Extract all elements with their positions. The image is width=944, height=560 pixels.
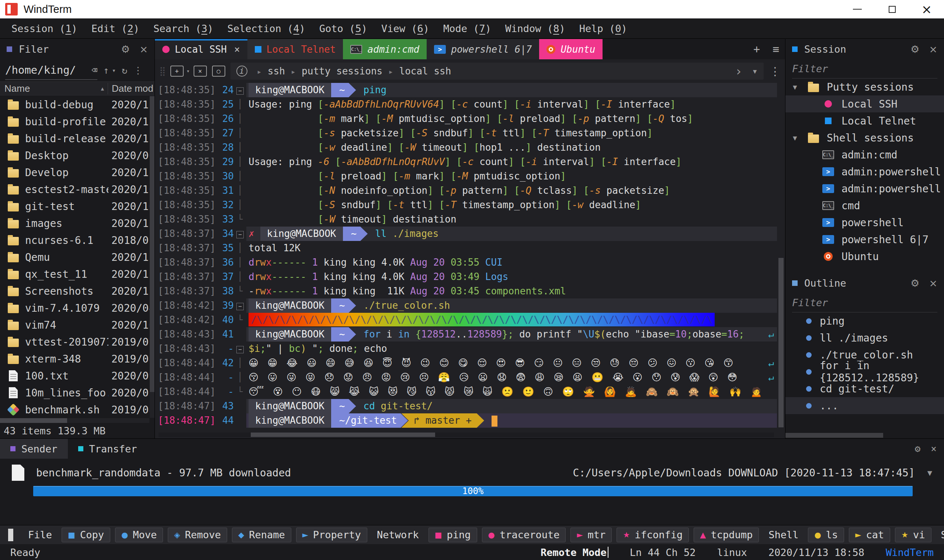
tree-item-admin-powershell[interactable]: >admin:powershell bbox=[785, 163, 944, 180]
transfer-tab-transfer[interactable]: Transfer bbox=[68, 439, 148, 459]
breadcrumb-dropdown-icon[interactable]: ▾ bbox=[752, 66, 758, 77]
new-tab-icon[interactable]: + bbox=[753, 43, 760, 55]
file-row[interactable]: build-profile2020/11/ bbox=[0, 113, 150, 130]
status-os[interactable]: linux bbox=[717, 547, 747, 558]
session-info-icon[interactable]: i bbox=[236, 66, 247, 77]
tab-admin-cmd[interactable]: C:\_admin:cmd bbox=[343, 39, 427, 59]
file-row[interactable]: Qemu2020/11/ bbox=[0, 249, 150, 266]
menu-item-session[interactable]: Session (1) bbox=[5, 23, 85, 34]
column-name[interactable]: Name ▴ bbox=[0, 83, 108, 94]
file-row[interactable]: ncurses-6.12018/01/ bbox=[0, 232, 150, 249]
column-date-modified[interactable]: Date mod bbox=[108, 83, 154, 94]
toolbar-button-move[interactable]: ●Move bbox=[115, 528, 163, 542]
filer-vertical-scrollbar[interactable] bbox=[150, 96, 154, 418]
exit-door-icon[interactable] bbox=[8, 529, 13, 541]
menu-item-window[interactable]: Window (8) bbox=[498, 23, 572, 34]
minimize-button[interactable] bbox=[840, 0, 875, 18]
file-row[interactable]: build-debug2020/11/ bbox=[0, 96, 150, 113]
address-breadcrumb-bar[interactable]: i ▸ssh▸putty sessions▸local ssh › ▾ bbox=[230, 63, 764, 80]
tab-local-telnet[interactable]: Local Telnet bbox=[247, 39, 343, 59]
parent-dir-dropdown-icon[interactable]: ▾ bbox=[112, 67, 116, 74]
status-mode[interactable]: Remote Mode bbox=[541, 547, 608, 558]
file-row[interactable]: images2020/11/ bbox=[0, 215, 150, 232]
close-session-icon[interactable]: × bbox=[194, 66, 207, 77]
breadcrumb-item[interactable]: putty sessions bbox=[302, 66, 383, 77]
filer-horizontal-scrollbar[interactable] bbox=[0, 418, 150, 423]
file-row[interactable]: vim-7.4.10792020/04/ bbox=[0, 300, 150, 317]
tab-close-icon[interactable]: × bbox=[234, 44, 240, 55]
menu-item-edit[interactable]: Edit (2) bbox=[85, 23, 147, 34]
sidebar-horizontal-scrollbar[interactable] bbox=[785, 433, 883, 438]
tree-item-admin-powershell-6-7[interactable]: >admin:powershell 6|7 bbox=[785, 180, 944, 197]
expander-icon[interactable]: ▼ bbox=[793, 83, 806, 91]
new-session-icon[interactable]: + bbox=[170, 66, 184, 77]
filer-settings-icon[interactable]: ⚙ bbox=[121, 43, 130, 55]
tab-list-icon[interactable]: ≡ bbox=[773, 43, 779, 55]
terminal-menu-icon[interactable]: ⋮ bbox=[770, 65, 780, 78]
tree-item-admin-cmd[interactable]: C:\_admin:cmd bbox=[785, 146, 944, 163]
menu-item-view[interactable]: View (6) bbox=[374, 23, 436, 34]
toolbar-button-cat[interactable]: ►cat bbox=[849, 528, 890, 542]
outline-item[interactable]: ping bbox=[785, 312, 944, 329]
breadcrumb-item[interactable]: ssh bbox=[268, 66, 285, 77]
tree-item-ubuntu[interactable]: Ubuntu bbox=[785, 248, 944, 265]
transfer-settings-icon[interactable]: ⚙ bbox=[915, 443, 921, 454]
toolbar-button-rename[interactable]: ◆Rename bbox=[232, 528, 291, 542]
menu-item-search[interactable]: Search (3) bbox=[147, 23, 221, 34]
menu-item-mode[interactable]: Mode (7) bbox=[436, 23, 498, 34]
toolbar-button-remove[interactable]: ◈Remove bbox=[168, 528, 227, 542]
file-row[interactable]: vttest-201907102019/07/ bbox=[0, 334, 150, 350]
tree-item-powershell-6-7[interactable]: >powershell 6|7 bbox=[785, 231, 944, 248]
tab-local-ssh[interactable]: Local SSH× bbox=[155, 39, 247, 59]
menu-item-selection[interactable]: Selection (4) bbox=[221, 23, 312, 34]
menu-item-goto[interactable]: Goto (5) bbox=[312, 23, 374, 34]
menu-item-help[interactable]: Help (0) bbox=[572, 23, 634, 34]
toolbar-button-property[interactable]: ►Property bbox=[296, 528, 367, 542]
drag-handle-icon[interactable]: ⣿ bbox=[159, 66, 166, 76]
maximize-button[interactable] bbox=[875, 0, 909, 18]
close-button[interactable]: × bbox=[909, 0, 944, 18]
file-row[interactable]: 10m_lines_foo.t…2020/05/ bbox=[0, 384, 150, 401]
new-session-dropdown-icon[interactable]: ▾ bbox=[187, 68, 190, 74]
transfer-close-icon[interactable]: × bbox=[931, 443, 936, 454]
tree-folder-putty-sessions[interactable]: ▼Putty sessions bbox=[785, 78, 944, 95]
outline-filter-input[interactable]: Filter bbox=[792, 293, 937, 312]
file-row[interactable]: git-test2020/10/ bbox=[0, 198, 150, 215]
tree-item-local-telnet[interactable]: Local Telnet bbox=[785, 112, 944, 129]
toolbar-button-copy[interactable]: ■Copy bbox=[62, 528, 110, 542]
outline-close-icon[interactable]: × bbox=[929, 277, 937, 289]
file-row[interactable]: benchmark.sh2019/08/ bbox=[0, 401, 150, 418]
file-row[interactable]: Develop2020/11/ bbox=[0, 164, 150, 181]
terminal-vertical-scrollbar[interactable] bbox=[779, 258, 784, 428]
refresh-icon[interactable]: ↻ bbox=[122, 65, 128, 76]
toolbar-button-tcpdump[interactable]: ▲tcpdump bbox=[694, 528, 759, 542]
expander-icon[interactable]: ▼ bbox=[793, 134, 806, 142]
parent-dir-icon[interactable]: ↑ bbox=[103, 65, 109, 76]
fold-toggle-icon[interactable]: − bbox=[236, 303, 244, 310]
fold-toggle-icon[interactable]: − bbox=[236, 346, 244, 353]
outline-item[interactable]: ll ./images bbox=[785, 329, 944, 346]
tab-ubuntu[interactable]: Ubuntu bbox=[539, 39, 603, 59]
toolbar-button-vi[interactable]: ★vi bbox=[895, 528, 931, 542]
toolbar-button-mtr[interactable]: ►mtr bbox=[571, 528, 612, 542]
file-row[interactable]: xterm-3482019/08/ bbox=[0, 350, 150, 367]
file-row[interactable]: Screenshots2020/11/ bbox=[0, 283, 150, 300]
outline-settings-icon[interactable]: ⚙ bbox=[910, 277, 919, 289]
toolbar-button-traceroute[interactable]: ●traceroute bbox=[482, 528, 566, 542]
clear-path-icon[interactable]: ⌫ bbox=[91, 65, 97, 75]
outline-item[interactable]: ... bbox=[785, 397, 944, 414]
toolbar-button-ls[interactable]: ●ls bbox=[808, 528, 844, 542]
session-filter-input[interactable]: Filter bbox=[792, 59, 937, 78]
tree-folder-shell-sessions[interactable]: ▼Shell sessions bbox=[785, 129, 944, 146]
file-row[interactable]: build-release2020/11/ bbox=[0, 130, 150, 147]
file-row[interactable]: esctest2-master2020/10/ bbox=[0, 181, 150, 198]
outline-item[interactable]: for i in {128512..128589} bbox=[785, 363, 944, 380]
terminal-output[interactable]: [18:48:35]24−king@MACBOOK~ping[18:48:35]… bbox=[155, 83, 777, 430]
transfer-dropdown-icon[interactable]: ▼ bbox=[927, 468, 932, 477]
file-row[interactable]: vim742020/10/ bbox=[0, 317, 150, 334]
tab-powershell-6-7[interactable]: >powershell 6|7 bbox=[427, 39, 539, 59]
file-row[interactable]: 100.txt2020/09/ bbox=[0, 367, 150, 384]
tree-item-powershell[interactable]: >powershell bbox=[785, 214, 944, 231]
breadcrumb-item[interactable]: local ssh bbox=[399, 66, 451, 77]
session-settings-icon[interactable]: ⚙ bbox=[910, 43, 919, 55]
